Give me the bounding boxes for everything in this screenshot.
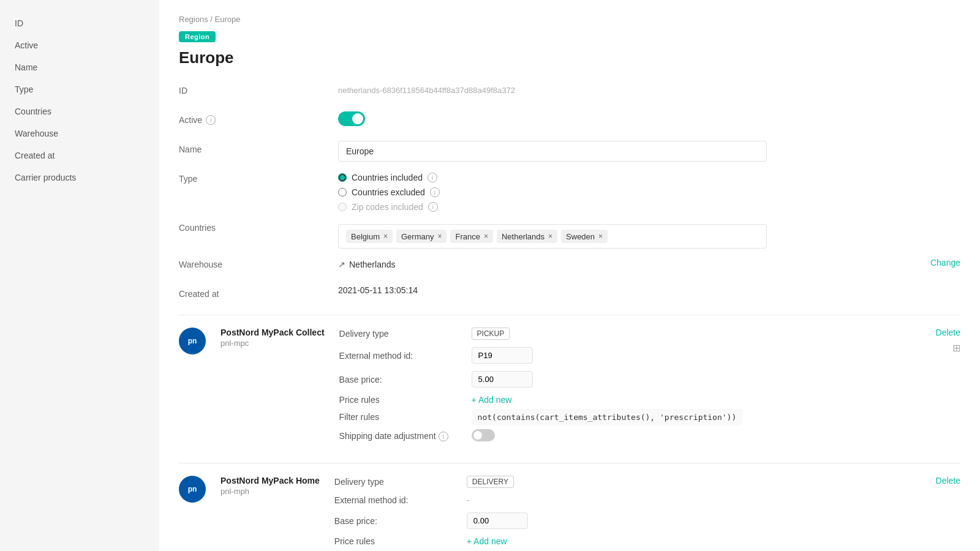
created-at-label: Created at [179, 285, 338, 299]
add-new-button-1[interactable]: + Add new [467, 536, 507, 546]
delete-button-0[interactable]: Delete [936, 328, 960, 337]
breadcrumb-separator: / [210, 15, 213, 24]
sidebar-item-label: Name [15, 62, 37, 72]
sidebar-item-warehouse[interactable]: Warehouse [0, 122, 159, 144]
countries-label: Countries [179, 219, 338, 233]
id-value: netherlands-6836f118564b44ff8a37d88a49f8… [338, 82, 960, 95]
region-badge: Region [179, 31, 216, 42]
tag-label: Belgium [351, 232, 380, 241]
id-label: ID [179, 82, 338, 96]
carrier-code-0: pnl-mpc [221, 339, 325, 348]
base-price-input-1[interactable] [467, 512, 528, 529]
shipping-date-toggle-label-0[interactable] [472, 429, 495, 441]
sidebar-item-created-at[interactable]: Created at [0, 144, 159, 167]
external-method-value-1: - [467, 495, 470, 505]
tag-label: Germany [401, 232, 434, 241]
external-method-row-1: External method id: - [334, 495, 897, 505]
tags-container[interactable]: Belgium × Germany × France × Netherlands… [338, 224, 767, 249]
delivery-type-badge-1: DELIVERY [467, 476, 514, 488]
delivery-type-label-1: Delivery type [334, 477, 457, 487]
delivery-type-row-1: Delivery type DELIVERY [334, 476, 897, 488]
sidebar-item-carrier-products[interactable]: Carrier products [0, 167, 159, 189]
base-price-label-0: Base price: [339, 375, 462, 384]
tag-label: Sweden [566, 232, 595, 241]
external-method-input-0[interactable] [472, 347, 533, 364]
carrier-product-1: pn PostNord MyPack Home pnl-mph Delivery… [179, 463, 960, 551]
filter-rules-row-0: Filter rules not(contains(cart_items_att… [339, 412, 897, 422]
carrier-info-1: PostNord MyPack Home pnl-mph [221, 476, 320, 551]
countries-section: Countries Belgium × Germany × France × [179, 219, 960, 249]
base-price-label-1: Base price: [334, 516, 457, 526]
countries-tags-container: Belgium × Germany × France × Netherlands… [338, 219, 960, 249]
warehouse-arrow-icon: ↗ [338, 260, 345, 269]
sidebar-item-id[interactable]: ID [0, 12, 159, 34]
radio-countries-excluded[interactable]: Countries excluded i [338, 187, 960, 197]
carrier-code-1: pnl-mph [221, 487, 320, 496]
base-price-value-0 [472, 371, 533, 388]
name-label: Name [179, 141, 338, 154]
sidebar-item-type[interactable]: Type [0, 78, 159, 100]
delivery-type-value-0: PICKUP [472, 328, 510, 340]
created-at-value: 2021-05-11 13:05:14 [338, 285, 960, 295]
active-info-icon[interactable]: i [206, 115, 216, 125]
breadcrumb-parent[interactable]: Regions [179, 15, 208, 24]
active-toggle[interactable] [338, 111, 365, 126]
warehouse-change-link[interactable]: Change [930, 258, 960, 268]
tag-remove-belgium[interactable]: × [383, 233, 388, 240]
radio-countries-excluded-label: Countries excluded [352, 187, 425, 197]
tag-belgium: Belgium × [346, 230, 393, 243]
shipping-date-toggle-0 [472, 429, 495, 443]
warehouse-link: ↗ Netherlands [338, 256, 396, 269]
countries-excluded-info-icon[interactable]: i [430, 187, 440, 197]
radio-zip-codes-included-label: Zip codes included [352, 202, 423, 212]
price-rules-row-1: Price rules + Add new [334, 536, 897, 546]
page-title: Europe [179, 48, 960, 67]
copy-icon-0[interactable]: ⊞ [952, 342, 960, 354]
warehouse-link-text[interactable]: Netherlands [349, 260, 396, 269]
sidebar-item-countries[interactable]: Countries [0, 100, 159, 122]
carrier-name-1: PostNord MyPack Home [221, 476, 320, 485]
name-input[interactable] [338, 141, 767, 162]
sidebar-item-label: Type [15, 84, 33, 94]
external-method-dash-1: - [467, 495, 470, 505]
active-section: Active i [179, 111, 960, 133]
carrier-logo-1: pn [179, 476, 206, 503]
warehouse-row: ↗ Netherlands Change [338, 256, 960, 269]
tag-remove-germany[interactable]: × [437, 233, 442, 240]
carrier-logo-0: pn [179, 328, 206, 354]
tag-remove-france[interactable]: × [484, 233, 488, 240]
radio-zip-codes-included[interactable]: Zip codes included i [338, 202, 960, 212]
base-price-input-0[interactable] [472, 371, 533, 388]
type-section: Type Countries included i Countries excl… [179, 170, 960, 212]
tag-remove-netherlands[interactable]: × [548, 233, 552, 240]
delivery-type-row-0: Delivery type PICKUP [339, 328, 897, 340]
carrier-product-0: pn PostNord MyPack Collect pnl-mpc Deliv… [179, 315, 960, 463]
sidebar-item-label: Warehouse [15, 129, 58, 138]
sidebar-item-label: ID [15, 18, 23, 28]
tag-sweden: Sweden × [561, 230, 608, 243]
delivery-type-value-1: DELIVERY [467, 476, 514, 488]
countries-included-info-icon[interactable]: i [428, 173, 437, 182]
tag-remove-sweden[interactable]: × [598, 233, 603, 240]
price-rules-label-1: Price rules [334, 536, 457, 546]
carrier-actions-0: Delete ⊞ [911, 328, 960, 451]
sidebar-item-active[interactable]: Active [0, 34, 159, 56]
warehouse-label: Warehouse [179, 256, 338, 269]
sidebar-item-name[interactable]: Name [0, 56, 159, 78]
carrier-fields-1: Delivery type DELIVERY External method i… [334, 476, 897, 551]
created-at-section: Created at 2021-05-11 13:05:14 [179, 285, 960, 307]
delete-button-1[interactable]: Delete [936, 476, 960, 485]
name-section: Name [179, 141, 960, 163]
active-toggle-container [338, 111, 960, 128]
radio-group: Countries included i Countries excluded … [338, 170, 960, 212]
carrier-logo-text-0: pn [188, 337, 197, 345]
filter-rules-label-0: Filter rules [339, 412, 462, 422]
shipping-date-info-icon-0[interactable]: i [439, 432, 448, 441]
type-label: Type [179, 170, 338, 184]
radio-countries-included[interactable]: Countries included i [338, 173, 960, 182]
add-new-button-0[interactable]: + Add new [472, 395, 512, 405]
tag-label: Netherlands [502, 232, 545, 241]
zip-codes-info-icon[interactable]: i [428, 202, 438, 212]
radio-countries-included-label: Countries included [352, 173, 423, 182]
carrier-fields-0: Delivery type PICKUP External method id:… [339, 328, 897, 451]
